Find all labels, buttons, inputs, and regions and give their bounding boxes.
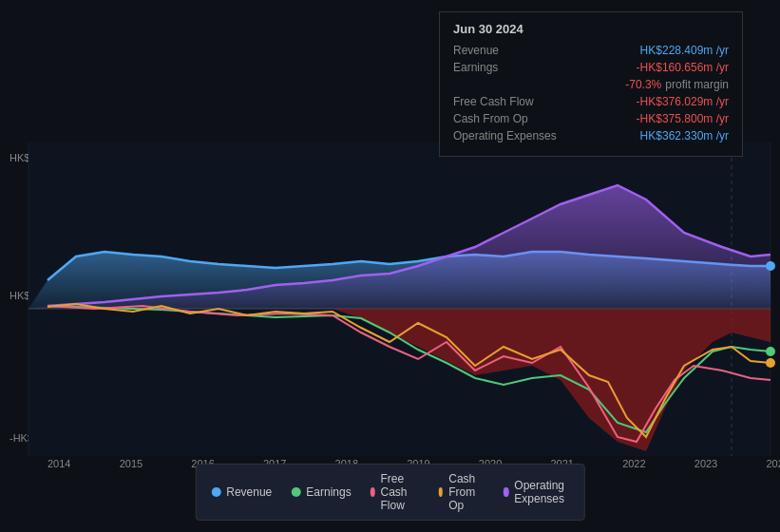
- x-label-2015: 2015: [120, 458, 143, 469]
- legend-item-fcf[interactable]: Free Cash Flow: [371, 472, 420, 512]
- legend: Revenue Earnings Free Cash Flow Cash Fro…: [195, 464, 585, 521]
- legend-earnings-label: Earnings: [306, 485, 351, 499]
- fcf-dot: [371, 487, 375, 497]
- x-label-2024: 2024: [766, 458, 780, 469]
- profit-margin-label: profit margin: [665, 78, 729, 91]
- opex-value: HK$362.330m /yr: [640, 129, 729, 142]
- legend-item-revenue[interactable]: Revenue: [211, 472, 272, 512]
- cfo-dot: [438, 487, 443, 497]
- fcf-value: -HK$376.029m /yr: [637, 95, 729, 108]
- opex-label: Operating Expenses: [453, 129, 557, 142]
- fcf-label: Free Cash Flow: [453, 95, 534, 108]
- revenue-dot: [211, 487, 220, 497]
- tooltip-earnings-row: Earnings -HK$160.656m /yr: [453, 61, 729, 74]
- profit-margin-pct: -70.3%: [625, 78, 661, 91]
- cfo-label: Cash From Op: [453, 112, 528, 125]
- chart-container: Jun 30 2024 Revenue HK$228.409m /yr Earn…: [0, 0, 780, 532]
- revenue-label: Revenue: [453, 44, 499, 57]
- tooltip-revenue-row: Revenue HK$228.409m /yr: [453, 44, 729, 57]
- legend-revenue-label: Revenue: [226, 485, 272, 499]
- legend-item-earnings[interactable]: Earnings: [291, 472, 351, 512]
- tooltip-fcf-row: Free Cash Flow -HK$376.029m /yr: [453, 95, 729, 108]
- x-label-2014: 2014: [48, 458, 70, 469]
- tooltip-opex-row: Operating Expenses HK$362.330m /yr: [453, 129, 729, 142]
- earnings-label: Earnings: [453, 61, 498, 74]
- revenue-value: HK$228.409m /yr: [640, 44, 729, 57]
- earnings-dot: [291, 487, 300, 497]
- x-label-2022: 2022: [622, 458, 645, 469]
- legend-opex-label: Operating Expenses: [514, 479, 568, 505]
- legend-item-cfo[interactable]: Cash From Op: [438, 472, 485, 512]
- earnings-value: -HK$160.656m /yr: [637, 61, 729, 74]
- tooltip-box: Jun 30 2024 Revenue HK$228.409m /yr Earn…: [439, 11, 743, 157]
- profit-margin-row: -70.3% profit margin: [453, 78, 729, 91]
- x-label-2023: 2023: [694, 458, 717, 469]
- tooltip-cfo-row: Cash From Op -HK$375.800m /yr: [453, 112, 729, 125]
- opex-dot: [504, 487, 508, 497]
- legend-item-opex[interactable]: Operating Expenses: [504, 472, 569, 512]
- cfo-value: -HK$375.800m /yr: [637, 112, 729, 125]
- tooltip-date: Jun 30 2024: [453, 22, 729, 36]
- legend-cfo-label: Cash From Op: [448, 472, 485, 512]
- legend-fcf-label: Free Cash Flow: [381, 472, 420, 512]
